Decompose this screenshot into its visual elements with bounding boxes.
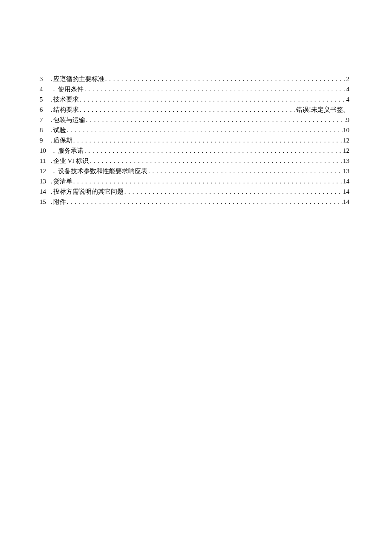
toc-entry-sep: . <box>51 126 52 135</box>
toc-dots <box>79 105 296 114</box>
toc-entry-sep: ． <box>51 167 57 176</box>
toc-entry-title: 设备技术参数和性能要求响应表 <box>58 167 147 176</box>
toc-entry-page: 错误!未定义书签。 <box>296 105 349 114</box>
toc-entry-title: 技术要求 <box>53 95 79 104</box>
toc-entry: 13 . 货清单 14 <box>40 177 349 186</box>
toc-dots <box>72 177 343 186</box>
toc-entry-number: 15 <box>40 198 49 206</box>
toc-entry-title: 使用条件 <box>58 85 84 94</box>
toc-entry-title: 货清单 <box>53 177 72 186</box>
toc-entry-number: 9 <box>40 136 49 145</box>
toc-entry-sep: ． <box>51 146 57 155</box>
toc-entry-page: 13 <box>343 157 349 166</box>
toc-entry: 10 ． 服务承诺 12 <box>40 146 349 155</box>
toc-entry-number: 8 <box>40 126 49 135</box>
table-of-contents: 3 . 应遵循的主要标准 2 4 ． 使用条件 4 5 . 技术要求 4 6 .… <box>40 75 349 206</box>
toc-entry-number: 10 <box>40 146 49 155</box>
toc-dots <box>79 95 346 104</box>
toc-entry-number: 14 <box>40 187 49 196</box>
toc-entry-page: 9 <box>346 116 350 125</box>
toc-dots <box>66 126 343 135</box>
toc-dots <box>104 75 346 84</box>
toc-dots <box>72 136 343 145</box>
toc-entry-page: 10 <box>343 126 349 135</box>
toc-entry-sep: ． <box>51 85 57 94</box>
toc-entry-number: 13 <box>40 177 49 186</box>
toc-entry: 4 ． 使用条件 4 <box>40 85 349 94</box>
toc-entry-number: 6 <box>40 105 49 114</box>
toc-entry: 7 . 包装与运输 9 <box>40 116 349 125</box>
toc-entry-sep: . <box>51 177 52 186</box>
toc-dots <box>89 157 343 166</box>
toc-entry: 12 ． 设备技术参数和性能要求响应表 13 <box>40 167 349 176</box>
toc-entry-sep: . <box>51 95 52 104</box>
toc-entry-title: 试验 <box>53 126 66 135</box>
toc-dots <box>124 187 343 196</box>
toc-entry-page: 12 <box>343 136 349 145</box>
toc-entry-sep: . <box>51 105 52 114</box>
toc-entry-sep: . <box>51 187 52 196</box>
toc-entry-title: 服务承诺 <box>58 146 84 155</box>
toc-entry-number: 7 <box>40 116 49 125</box>
toc-entry-title: 附件 <box>53 198 66 206</box>
toc-entry-sep: . <box>51 198 52 206</box>
toc-entry-title: 应遵循的主要标准 <box>53 75 104 84</box>
toc-dots <box>84 146 343 155</box>
toc-entry-title: 结构要求 <box>53 105 79 114</box>
toc-entry-title: 投标方需说明的其它问题 <box>53 187 124 196</box>
toc-entry-number: 3 <box>40 75 49 84</box>
toc-dots <box>66 198 343 206</box>
toc-entry: 15 . 附件 14 <box>40 198 349 206</box>
toc-entry-sep: . <box>51 116 52 125</box>
toc-entry-title: 企业 VI 标识 <box>53 157 89 166</box>
toc-entry-page: 2 <box>346 75 350 84</box>
toc-dots <box>147 167 343 176</box>
toc-entry-number: 12 <box>40 167 49 176</box>
toc-entry: 3 . 应遵循的主要标准 2 <box>40 75 349 84</box>
toc-entry-page: 14 <box>343 187 349 196</box>
toc-entry-page: 4 <box>346 85 350 94</box>
toc-entry-page: 13 <box>343 167 349 176</box>
toc-entry-title: 包装与运输 <box>53 116 85 125</box>
toc-entry: 6 . 结构要求 错误!未定义书签。 <box>40 105 349 114</box>
toc-entry: 11 . 企业 VI 标识 13 <box>40 157 349 166</box>
toc-entry-page: 14 <box>343 177 349 186</box>
toc-entry-number: 4 <box>40 85 49 94</box>
toc-entry-page: 14 <box>343 198 349 206</box>
toc-entry-title: 质保期 <box>53 136 72 145</box>
toc-entry-number: 11 <box>40 157 49 166</box>
toc-entry: 5 . 技术要求 4 <box>40 95 349 104</box>
toc-entry-page: 12 <box>343 146 349 155</box>
toc-entry-sep: . <box>51 136 52 145</box>
toc-dots <box>85 116 346 125</box>
toc-entry-sep: . <box>51 75 52 84</box>
toc-entry: 9 . 质保期 12 <box>40 136 349 145</box>
toc-entry: 8 . 试验 10 <box>40 126 349 135</box>
toc-entry-number: 5 <box>40 95 49 104</box>
toc-entry-page: 4 <box>346 95 350 104</box>
toc-entry: 14 . 投标方需说明的其它问题 14 <box>40 187 349 196</box>
toc-entry-sep: . <box>51 157 52 166</box>
toc-dots <box>84 85 346 94</box>
